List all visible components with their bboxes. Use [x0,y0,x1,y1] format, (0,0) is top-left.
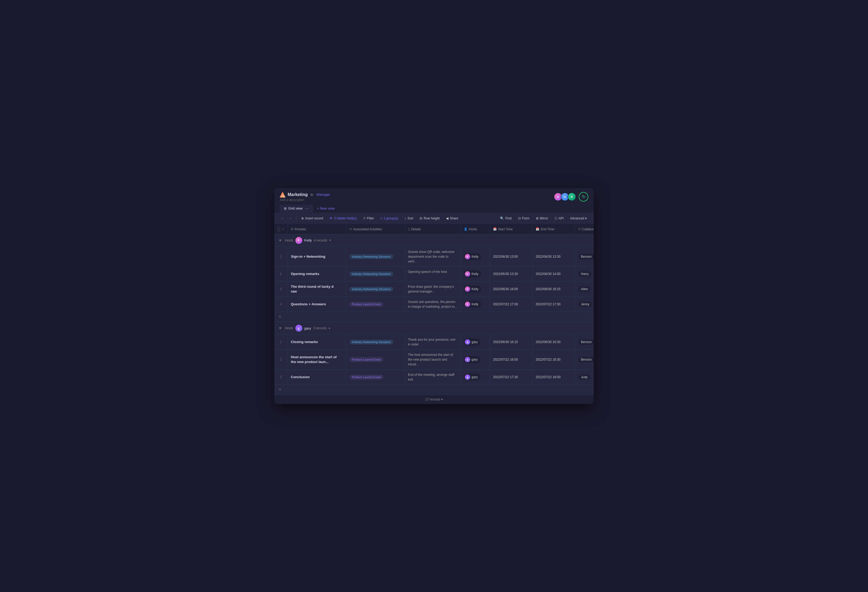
form-button[interactable]: ⊡ Form [515,215,532,222]
new-view-button[interactable]: + New view [314,205,337,212]
header-checkbox[interactable] [278,227,280,231]
refresh-button[interactable]: ↻ [579,192,588,202]
cell-host[interactable]: K Kelly [461,267,490,281]
th-start-time[interactable]: 📅 Start Time [490,224,533,234]
row-checkbox[interactable]: 1 [275,334,288,349]
tab-grid-view[interactable]: ⊞ Grid view ⋯ [280,205,313,212]
row-checkbox[interactable]: 2 [275,350,288,370]
cell-start-time[interactable]: 2022/06/30 16:00 [490,282,533,296]
tab-grid-label: Grid view [288,206,303,211]
cell-collab[interactable]: Benson [575,247,593,267]
cell-start-time[interactable]: 2022/07/22 17:00 [490,297,533,312]
th-process[interactable]: ⊞ Process [288,224,346,234]
insert-record-button[interactable]: ⊕ Insert record [298,215,326,222]
nav-forward-button[interactable]: › [286,215,294,222]
group-button[interactable]: ≡ 1 group(s) [378,215,401,222]
th-hosts-label: Hosts [469,227,477,231]
cell-end-time[interactable]: 2022/07/22 17:30 [533,297,575,312]
hidden-fields-button[interactable]: 👁 3 hidden field(s) [327,215,359,222]
row-checkbox[interactable]: 2 [275,267,288,281]
cell-start-time[interactable]: 2022/07/22 17:30 [490,370,533,384]
start-col-icon: 📅 [493,227,497,231]
cell-start-time[interactable]: 2022/06/30 16:15 [490,334,533,349]
cell-start-time[interactable]: 2022/07/22 16:00 [490,350,533,370]
cell-end-time[interactable]: 2022/07/22 16:30 [533,350,575,370]
cell-host[interactable]: K Kelly [461,297,490,312]
th-activities[interactable]: ⊡ Associated Activities [346,224,405,234]
cell-activity[interactable]: Product Launch Event [346,370,405,384]
brand-description[interactable]: Add a description [280,198,330,202]
row-checkbox[interactable]: 1 [275,247,288,267]
th-end-time[interactable]: 📅 End Time [533,224,575,234]
cell-activity[interactable]: Industry Networking Sessions [346,334,405,349]
find-button[interactable]: 🔍 Find [497,215,514,222]
cell-process[interactable]: Conclusion [288,370,346,384]
cell-end-time[interactable]: 2022/06/30 13:30 [533,247,575,267]
cell-details[interactable]: End of the meeting, arrange staff exit [405,370,461,384]
group-expand-gary[interactable]: ▾ [329,327,330,330]
cell-details[interactable]: Thank you for your presence, exit in ord… [405,334,461,349]
cell-process[interactable]: Opening remarks [288,267,346,281]
row-checkbox[interactable]: 3 [275,282,288,296]
nav-back-button[interactable]: ‹ [279,215,286,222]
th-collaborators[interactable]: ⊡ Collaborato [575,224,593,234]
cell-collab[interactable]: Harry [575,267,593,281]
mirror-button[interactable]: ⊞ Mirror [533,215,551,222]
sort-button[interactable]: ↕ Sort [402,215,416,222]
cell-activity[interactable]: Industry Networking Sessions [346,247,405,267]
cell-host[interactable]: g gary [461,370,490,384]
cell-end-time[interactable]: 2022/07/22 18:00 [533,370,575,384]
cell-details[interactable]: Prize draw guest: the company's general … [405,282,461,296]
cell-collab[interactable]: Benson [575,350,593,370]
filter-button[interactable]: ▽ Filter [360,215,377,222]
cell-host[interactable]: g gary [461,334,490,349]
cell-process[interactable]: Host announces the start of the new prod… [288,350,346,370]
cell-process[interactable]: Closing remarks [288,334,346,349]
th-details[interactable]: Ξ Details [405,224,461,234]
cell-process[interactable]: Questions + Answers [288,297,346,312]
host-avatar-sm: K [465,254,470,259]
cell-activity[interactable]: Industry Networking Sessions [346,267,405,281]
mirror-icon: ⊞ [536,216,539,220]
cell-process[interactable]: Sign-in + Networking [288,247,346,267]
cell-process[interactable]: The third round of lucky draw [288,282,346,296]
group-expand-kelly[interactable]: ▾ [329,239,331,242]
cell-host[interactable]: K Kelly [461,247,490,267]
cell-activity[interactable]: Product Launch Event [346,297,405,312]
row-checkbox[interactable]: 4 [275,297,288,312]
host-avatar-sm: K [465,271,470,277]
add-row-kelly[interactable]: + [275,312,593,322]
cell-start-time[interactable]: 2022/06/30 13:00 [490,247,533,267]
cell-end-time[interactable]: 2022/06/30 14:00 [533,267,575,281]
cell-activity[interactable]: Product Launch Event [346,350,405,370]
records-count[interactable]: 17 records ▾ [425,398,443,401]
app-window: Marketing ☆ Manager Add a description K … [275,188,593,404]
share-button[interactable]: ◀ Share [443,215,461,222]
cell-collab[interactable]: Judy [575,370,593,384]
avatar-3[interactable]: A [568,193,576,201]
group-toggle-kelly[interactable]: ▼ [279,239,282,242]
cell-start-time[interactable]: 2022/06/30 13:30 [490,267,533,281]
add-row-gary[interactable]: + [275,385,593,395]
cell-collab[interactable]: Benson [575,334,593,349]
cell-details[interactable]: Guests ask questions, the person in char… [405,297,461,312]
host-chip: K Kelly [464,253,481,260]
th-hosts[interactable]: 👤 Hosts [461,224,490,234]
star-icon[interactable]: ☆ [310,193,313,197]
cell-details[interactable]: Opening speech of the host [405,267,461,281]
row-height-button[interactable]: ⊟ Row height [417,215,442,222]
advanced-button[interactable]: Advanced ▾ [567,215,589,222]
cell-collab[interactable]: Allen [575,282,593,296]
api-button[interactable]: ⬡ API [552,215,566,222]
cell-end-time[interactable]: 2022/06/30 16:30 [533,334,575,349]
tab-more-icon[interactable]: ⋯ [305,206,309,211]
row-checkbox[interactable]: 3 [275,370,288,384]
cell-details[interactable]: Guests show QR code, welcome department … [405,247,461,267]
group-toggle-gary[interactable]: ▼ [279,326,282,330]
cell-collab[interactable]: Jenny [575,297,593,312]
cell-host[interactable]: K Kelly [461,282,490,296]
cell-host[interactable]: g gary [461,350,490,370]
cell-details[interactable]: The host announced the start of the new … [405,350,461,370]
cell-end-time[interactable]: 2022/06/30 16:15 [533,282,575,296]
cell-activity[interactable]: Industry Networking Sessions [346,282,405,296]
